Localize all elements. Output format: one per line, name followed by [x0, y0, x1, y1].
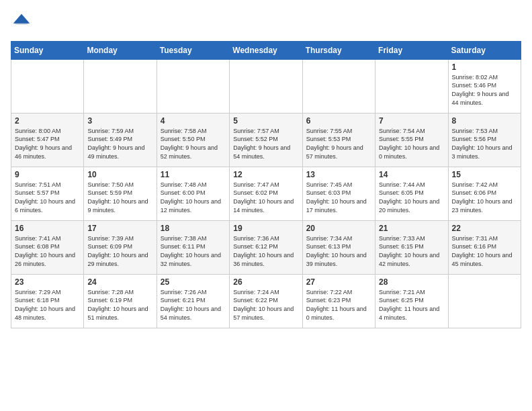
calendar-cell: 5Sunrise: 7:57 AM Sunset: 5:52 PM Daylig… [230, 113, 302, 167]
day-number: 9 [15, 170, 80, 179]
day-info: Sunrise: 8:00 AM Sunset: 5:47 PM Dayligh… [15, 127, 80, 161]
day-number: 21 [379, 224, 444, 233]
day-number: 11 [161, 170, 226, 179]
calendar-week-row: 23Sunrise: 7:29 AM Sunset: 6:18 PM Dayli… [11, 274, 521, 328]
day-info: Sunrise: 7:21 AM Sunset: 6:25 PM Dayligh… [379, 288, 444, 322]
day-number: 5 [233, 116, 298, 126]
calendar-cell: 7Sunrise: 7:54 AM Sunset: 5:55 PM Daylig… [375, 113, 448, 167]
calendar-day-header: Wednesday [230, 41, 302, 59]
calendar-day-header: Saturday [448, 41, 521, 59]
calendar-cell [230, 59, 302, 113]
calendar-cell [11, 59, 84, 113]
calendar-cell: 4Sunrise: 7:58 AM Sunset: 5:50 PM Daylig… [157, 113, 229, 167]
day-info: Sunrise: 7:58 AM Sunset: 5:50 PM Dayligh… [161, 127, 226, 161]
calendar-cell [302, 59, 375, 113]
day-info: Sunrise: 7:51 AM Sunset: 5:57 PM Dayligh… [15, 181, 80, 214]
day-number: 22 [452, 224, 517, 233]
calendar-cell: 9Sunrise: 7:51 AM Sunset: 5:57 PM Daylig… [11, 167, 84, 220]
calendar-cell [375, 59, 448, 113]
day-number: 17 [87, 224, 152, 233]
calendar-cell [448, 274, 521, 328]
day-number: 24 [87, 277, 152, 287]
calendar-cell: 15Sunrise: 7:42 AM Sunset: 6:06 PM Dayli… [448, 167, 521, 220]
day-number: 25 [161, 277, 226, 287]
day-number: 23 [15, 277, 80, 287]
calendar-cell: 10Sunrise: 7:50 AM Sunset: 5:59 PM Dayli… [84, 167, 157, 220]
day-info: Sunrise: 7:41 AM Sunset: 6:08 PM Dayligh… [15, 234, 80, 268]
day-info: Sunrise: 7:28 AM Sunset: 6:19 PM Dayligh… [87, 288, 152, 322]
day-number: 19 [233, 224, 298, 233]
calendar-cell [84, 59, 157, 113]
day-info: Sunrise: 7:26 AM Sunset: 6:21 PM Dayligh… [161, 288, 226, 322]
day-info: Sunrise: 7:47 AM Sunset: 6:02 PM Dayligh… [233, 181, 298, 214]
day-info: Sunrise: 7:53 AM Sunset: 5:56 PM Dayligh… [452, 127, 517, 161]
day-number: 6 [306, 116, 371, 126]
day-info: Sunrise: 7:33 AM Sunset: 6:15 PM Dayligh… [379, 234, 444, 268]
calendar-week-row: 16Sunrise: 7:41 AM Sunset: 6:08 PM Dayli… [11, 220, 521, 274]
logo-icon [12, 11, 31, 30]
day-info: Sunrise: 7:34 AM Sunset: 6:13 PM Dayligh… [306, 234, 371, 268]
calendar-week-row: 1Sunrise: 8:02 AM Sunset: 5:46 PM Daylig… [11, 59, 521, 113]
day-number: 18 [161, 224, 226, 233]
day-number: 27 [306, 277, 371, 287]
day-info: Sunrise: 7:45 AM Sunset: 6:03 PM Dayligh… [306, 181, 371, 214]
calendar-day-header: Tuesday [157, 41, 229, 59]
day-info: Sunrise: 7:38 AM Sunset: 6:11 PM Dayligh… [161, 234, 226, 268]
day-info: Sunrise: 7:48 AM Sunset: 6:00 PM Dayligh… [161, 181, 226, 214]
calendar-cell: 2Sunrise: 8:00 AM Sunset: 5:47 PM Daylig… [11, 113, 84, 167]
day-number: 8 [452, 116, 517, 126]
day-number: 13 [306, 170, 371, 179]
calendar-cell: 20Sunrise: 7:34 AM Sunset: 6:13 PM Dayli… [302, 220, 375, 274]
svg-marker-1 [13, 14, 30, 25]
calendar-table: SundayMondayTuesdayWednesdayThursdayFrid… [11, 41, 521, 328]
calendar-cell: 6Sunrise: 7:55 AM Sunset: 5:53 PM Daylig… [302, 113, 375, 167]
calendar-cell [157, 59, 229, 113]
calendar-week-row: 9Sunrise: 7:51 AM Sunset: 5:57 PM Daylig… [11, 167, 521, 220]
calendar-cell: 24Sunrise: 7:28 AM Sunset: 6:19 PM Dayli… [84, 274, 157, 328]
day-info: Sunrise: 7:57 AM Sunset: 5:52 PM Dayligh… [233, 127, 298, 161]
calendar-cell: 8Sunrise: 7:53 AM Sunset: 5:56 PM Daylig… [448, 113, 521, 167]
calendar-day-header: Thursday [302, 41, 375, 59]
day-info: Sunrise: 7:55 AM Sunset: 5:53 PM Dayligh… [306, 127, 371, 161]
day-number: 16 [15, 224, 80, 233]
calendar-cell: 12Sunrise: 7:47 AM Sunset: 6:02 PM Dayli… [230, 167, 302, 220]
day-info: Sunrise: 7:59 AM Sunset: 5:49 PM Dayligh… [87, 127, 152, 161]
calendar-day-header: Monday [84, 41, 157, 59]
day-info: Sunrise: 7:39 AM Sunset: 6:09 PM Dayligh… [87, 234, 152, 268]
day-info: Sunrise: 8:02 AM Sunset: 5:46 PM Dayligh… [452, 73, 517, 107]
calendar-cell: 17Sunrise: 7:39 AM Sunset: 6:09 PM Dayli… [84, 220, 157, 274]
calendar-cell: 18Sunrise: 7:38 AM Sunset: 6:11 PM Dayli… [157, 220, 229, 274]
calendar-week-row: 2Sunrise: 8:00 AM Sunset: 5:47 PM Daylig… [11, 113, 521, 167]
day-info: Sunrise: 7:42 AM Sunset: 6:06 PM Dayligh… [452, 181, 517, 214]
calendar-cell: 27Sunrise: 7:22 AM Sunset: 6:23 PM Dayli… [302, 274, 375, 328]
day-number: 15 [452, 170, 517, 179]
calendar-cell: 28Sunrise: 7:21 AM Sunset: 6:25 PM Dayli… [375, 274, 448, 328]
calendar-cell: 11Sunrise: 7:48 AM Sunset: 6:00 PM Dayli… [157, 167, 229, 220]
calendar-day-header: Friday [375, 41, 448, 59]
day-info: Sunrise: 7:22 AM Sunset: 6:23 PM Dayligh… [306, 288, 371, 322]
calendar-cell: 25Sunrise: 7:26 AM Sunset: 6:21 PM Dayli… [157, 274, 229, 328]
day-number: 2 [15, 116, 80, 126]
day-info: Sunrise: 7:50 AM Sunset: 5:59 PM Dayligh… [87, 181, 152, 214]
day-info: Sunrise: 7:54 AM Sunset: 5:55 PM Dayligh… [379, 127, 444, 161]
logo [11, 11, 31, 33]
day-number: 10 [87, 170, 152, 179]
calendar-cell: 19Sunrise: 7:36 AM Sunset: 6:12 PM Dayli… [230, 220, 302, 274]
day-number: 4 [161, 116, 226, 126]
calendar-cell: 14Sunrise: 7:44 AM Sunset: 6:05 PM Dayli… [375, 167, 448, 220]
day-info: Sunrise: 7:24 AM Sunset: 6:22 PM Dayligh… [233, 288, 298, 322]
calendar-header-row: SundayMondayTuesdayWednesdayThursdayFrid… [11, 41, 521, 59]
day-info: Sunrise: 7:36 AM Sunset: 6:12 PM Dayligh… [233, 234, 298, 268]
day-number: 26 [233, 277, 298, 287]
day-info: Sunrise: 7:44 AM Sunset: 6:05 PM Dayligh… [379, 181, 444, 214]
page-header [11, 11, 521, 33]
day-info: Sunrise: 7:31 AM Sunset: 6:16 PM Dayligh… [452, 234, 517, 268]
day-number: 20 [306, 224, 371, 233]
day-info: Sunrise: 7:29 AM Sunset: 6:18 PM Dayligh… [15, 288, 80, 322]
day-number: 1 [452, 62, 517, 72]
calendar-cell: 23Sunrise: 7:29 AM Sunset: 6:18 PM Dayli… [11, 274, 84, 328]
day-number: 3 [87, 116, 152, 126]
calendar-day-header: Sunday [11, 41, 84, 59]
calendar-cell: 1Sunrise: 8:02 AM Sunset: 5:46 PM Daylig… [448, 59, 521, 113]
day-number: 7 [379, 116, 444, 126]
